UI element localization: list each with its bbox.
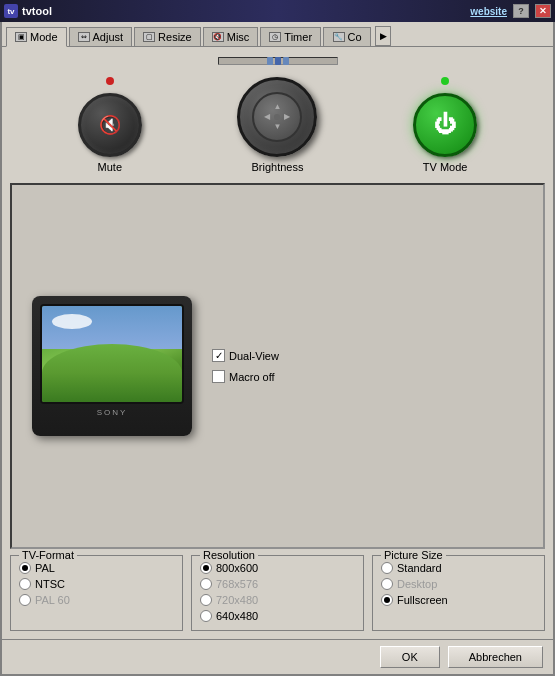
tab-adjust-label: Adjust [93, 31, 124, 43]
controls-row: 🔇 Mute ▲ ◀ ▶ [10, 73, 545, 177]
tvmode-knob-container: ⏻ TV Mode [413, 77, 477, 173]
radio-pal-btn[interactable] [19, 562, 31, 574]
radio-pal60-label: PAL 60 [35, 594, 70, 606]
radio-720x480-btn[interactable] [200, 594, 212, 606]
dual-view-label: Dual-View [229, 350, 279, 362]
tab-co-icon: 🔧 [333, 32, 345, 42]
website-link[interactable]: website [470, 6, 507, 17]
bottom-bar: OK Abbrechen [2, 639, 553, 674]
mute-indicator-dot [106, 77, 114, 85]
tab-co-label: Co [348, 31, 362, 43]
tab-nav-next[interactable]: ▶ [375, 26, 391, 46]
radio-standard-btn[interactable] [381, 562, 393, 574]
power-icon: ⏻ [434, 112, 456, 138]
dual-view-checkbox-box[interactable]: ✓ [212, 349, 225, 362]
mute-label: Mute [98, 161, 122, 173]
brightness-knob[interactable]: ▲ ◀ ▶ ▼ [237, 77, 317, 157]
tv-monitor: SONY [22, 291, 202, 441]
radio-fullscreen-btn[interactable] [381, 594, 393, 606]
slider-dot-2 [275, 57, 281, 65]
radio-800x600-label: 800x600 [216, 562, 258, 574]
tv-brand-label: SONY [40, 408, 184, 417]
titlebar: tv tvtool website ? ✕ [0, 0, 555, 22]
cancel-button[interactable]: Abbrechen [448, 646, 543, 668]
tvmode-label: TV Mode [423, 161, 468, 173]
radio-standard[interactable]: Standard [381, 562, 536, 574]
tv-section: SONY ✓ Dual-View Macro off [10, 183, 545, 549]
brightness-down-arrow: ▼ [274, 123, 282, 131]
brightness-knob-container: ▲ ◀ ▶ ▼ Brightness [237, 77, 317, 173]
close-button[interactable]: ✕ [535, 4, 551, 18]
tab-adjust[interactable]: ⇔ Adjust [69, 27, 133, 47]
tab-resize-label: Resize [158, 31, 192, 43]
tab-co[interactable]: 🔧 Co [323, 27, 371, 47]
macro-off-checkbox-box[interactable] [212, 370, 225, 383]
radio-pal60-btn[interactable] [19, 594, 31, 606]
main-window: ▣ Mode ⇔ Adjust ▢ Resize 🔇 Misc ◷ Timer … [0, 22, 555, 676]
radio-768x576-label: 768x576 [216, 578, 258, 590]
radio-pal60[interactable]: PAL 60 [19, 594, 174, 606]
brightness-arrows: ▲ ◀ ▶ ▼ [262, 102, 292, 132]
radio-ntsc-label: NTSC [35, 578, 65, 590]
radio-720x480-label: 720x480 [216, 594, 258, 606]
tab-resize[interactable]: ▢ Resize [134, 27, 201, 47]
mute-knob[interactable]: 🔇 [78, 93, 142, 157]
tvmode-knob[interactable]: ⏻ [413, 93, 477, 157]
resolution-group: Resolution 800x600 768x576 720x480 640x4… [191, 555, 364, 631]
radio-800x600[interactable]: 800x600 [200, 562, 355, 574]
macro-off-checkbox[interactable]: Macro off [212, 370, 533, 383]
radio-pal[interactable]: PAL [19, 562, 174, 574]
radio-640x480-btn[interactable] [200, 610, 212, 622]
radio-640x480-label: 640x480 [216, 610, 258, 622]
tab-mode-icon: ▣ [15, 32, 27, 42]
tab-mode[interactable]: ▣ Mode [6, 27, 67, 47]
picture-size-legend: Picture Size [381, 549, 446, 561]
radio-standard-label: Standard [397, 562, 442, 574]
brightness-right-arrow: ▶ [284, 113, 290, 121]
slider-dot-3 [283, 57, 289, 65]
radio-ntsc[interactable]: NTSC [19, 578, 174, 590]
tvmode-indicator-dot [441, 77, 449, 85]
help-button[interactable]: ? [513, 4, 529, 18]
brightness-left-arrow: ◀ [264, 113, 270, 121]
brightness-inner: ▲ ◀ ▶ ▼ [252, 92, 302, 142]
radio-groups-row: TV-Format PAL NTSC PAL 60 Resolution [10, 555, 545, 631]
brightness-up-arrow: ▲ [274, 103, 282, 111]
titlebar-left: tv tvtool [4, 4, 52, 18]
picture-size-group: Picture Size Standard Desktop Fullscreen [372, 555, 545, 631]
tab-timer-icon: ◷ [269, 32, 281, 42]
tv-screen-clouds [52, 314, 92, 329]
radio-640x480[interactable]: 640x480 [200, 610, 355, 622]
brightness-label: Brightness [251, 161, 303, 173]
tabbar: ▣ Mode ⇔ Adjust ▢ Resize 🔇 Misc ◷ Timer … [2, 22, 553, 47]
checkboxes-area: ✓ Dual-View Macro off [212, 349, 533, 383]
tv-screen-hill [42, 344, 182, 402]
radio-800x600-btn[interactable] [200, 562, 212, 574]
radio-768x576[interactable]: 768x576 [200, 578, 355, 590]
tab-timer[interactable]: ◷ Timer [260, 27, 321, 47]
tab-mode-label: Mode [30, 31, 58, 43]
app-title: tvtool [22, 5, 52, 17]
mute-icon: 🔇 [99, 114, 121, 136]
titlebar-right: website ? ✕ [470, 4, 551, 18]
tv-screen [40, 304, 184, 404]
tv-format-legend: TV-Format [19, 549, 77, 561]
resolution-legend: Resolution [200, 549, 258, 561]
radio-desktop-btn[interactable] [381, 578, 393, 590]
radio-ntsc-btn[interactable] [19, 578, 31, 590]
slider-track[interactable] [218, 57, 338, 65]
radio-fullscreen[interactable]: Fullscreen [381, 594, 536, 606]
radio-desktop[interactable]: Desktop [381, 578, 536, 590]
radio-768x576-btn[interactable] [200, 578, 212, 590]
radio-720x480[interactable]: 720x480 [200, 594, 355, 606]
tv-body: SONY [32, 296, 192, 436]
tab-misc-icon: 🔇 [212, 32, 224, 42]
mute-knob-container: 🔇 Mute [78, 77, 142, 173]
tab-misc[interactable]: 🔇 Misc [203, 27, 259, 47]
slider-dot-1 [267, 57, 273, 65]
tab-timer-label: Timer [284, 31, 312, 43]
ok-button[interactable]: OK [380, 646, 440, 668]
dual-view-checkbox[interactable]: ✓ Dual-View [212, 349, 533, 362]
app-icon: tv [4, 4, 18, 18]
radio-pal-label: PAL [35, 562, 55, 574]
